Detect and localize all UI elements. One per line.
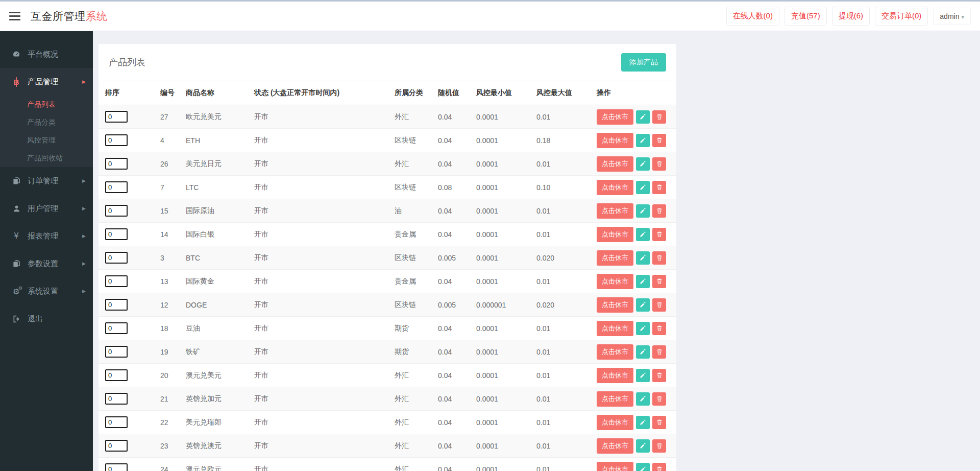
delete-button[interactable]: [652, 463, 666, 471]
edit-button[interactable]: [636, 322, 650, 335]
delete-button[interactable]: [652, 204, 666, 218]
edit-button[interactable]: [636, 157, 650, 171]
delete-button[interactable]: [652, 416, 666, 429]
delete-button[interactable]: [652, 322, 666, 335]
sidebar-item-product-category[interactable]: 产品分类: [0, 113, 93, 131]
sort-input[interactable]: [105, 205, 128, 217]
edit-button[interactable]: [636, 298, 650, 312]
sort-input[interactable]: [105, 252, 128, 264]
sort-input[interactable]: [105, 322, 128, 334]
delete-button[interactable]: [652, 157, 666, 171]
delete-button[interactable]: [652, 110, 666, 124]
risk-min: 0.0001: [470, 129, 530, 152]
edit-button[interactable]: [636, 181, 650, 194]
close-market-button[interactable]: 点击休市: [597, 462, 633, 471]
close-market-button[interactable]: 点击休市: [597, 203, 633, 219]
close-market-button[interactable]: 点击休市: [597, 368, 633, 383]
sidebar-item-label: 参数设置: [28, 259, 58, 269]
add-product-button[interactable]: 添加产品: [621, 53, 666, 72]
chevron-right-icon: ▶: [82, 79, 86, 84]
pencil-icon: [640, 278, 646, 285]
close-market-button[interactable]: 点击休市: [597, 109, 633, 125]
delete-button[interactable]: [652, 345, 666, 359]
sort-input[interactable]: [105, 158, 128, 170]
sort-input[interactable]: [105, 181, 128, 193]
row-actions: 点击休市: [597, 109, 672, 125]
product-category: 贵金属: [388, 270, 431, 293]
edit-button[interactable]: [636, 134, 650, 147]
sort-input[interactable]: [105, 440, 128, 452]
edit-button[interactable]: [636, 251, 650, 265]
sidebar-item-product-recycle-bin[interactable]: 产品回收站: [0, 149, 93, 167]
sidebar-item-product-list[interactable]: 产品列表: [0, 96, 93, 113]
edit-button[interactable]: [636, 345, 650, 359]
sidebar-item-report-management[interactable]: ¥ 报表管理 ▶: [0, 222, 93, 250]
sort-input[interactable]: [105, 393, 128, 405]
edit-button[interactable]: [636, 228, 650, 241]
withdraw-button[interactable]: 提现(6): [832, 7, 870, 26]
trash-icon: [656, 184, 663, 191]
sort-input[interactable]: [105, 111, 128, 123]
risk-min: 0.0001: [470, 411, 530, 434]
edit-button[interactable]: [636, 463, 650, 471]
sidebar-item-parameter-settings[interactable]: 参数设置 ▶: [0, 250, 93, 277]
delete-button[interactable]: [652, 134, 666, 147]
sidebar-item-system-settings[interactable]: ⚙⚙ 系统设置 ▶: [0, 277, 93, 305]
online-users-button[interactable]: 在线人数(0): [726, 7, 779, 26]
delete-button[interactable]: [652, 392, 666, 406]
edit-button[interactable]: [636, 204, 650, 218]
close-market-button[interactable]: 点击休市: [597, 250, 633, 266]
close-market-button[interactable]: 点击休市: [597, 415, 633, 430]
edit-button[interactable]: [636, 369, 650, 382]
sidebar-item-logout[interactable]: 退出: [0, 305, 93, 333]
trade-orders-button[interactable]: 交易订单(0): [875, 7, 928, 26]
edit-button[interactable]: [636, 416, 650, 429]
delete-button[interactable]: [652, 439, 666, 453]
risk-max: 0.020: [530, 246, 590, 270]
edit-button[interactable]: [636, 275, 650, 288]
sort-input[interactable]: [105, 346, 128, 358]
product-status: 开市: [248, 364, 388, 387]
delete-button[interactable]: [652, 228, 666, 241]
close-market-button[interactable]: 点击休市: [597, 133, 633, 148]
trash-icon: [656, 325, 663, 332]
close-market-button[interactable]: 点击休市: [597, 180, 633, 195]
close-market-button[interactable]: 点击休市: [597, 274, 633, 289]
edit-button[interactable]: [636, 392, 650, 406]
product-id: 18: [154, 317, 179, 340]
edit-button[interactable]: [636, 110, 650, 124]
close-market-button[interactable]: 点击休市: [597, 344, 633, 360]
product-status: 开市: [248, 317, 388, 340]
risk-max: 0.18: [530, 129, 590, 152]
sort-input[interactable]: [105, 463, 128, 471]
sort-input[interactable]: [105, 299, 128, 311]
chevron-right-icon: ▶: [82, 178, 86, 183]
hamburger-menu-icon[interactable]: [9, 12, 20, 20]
sidebar-item-order-management[interactable]: 订单管理 ▶: [0, 167, 93, 195]
close-market-button[interactable]: 点击休市: [597, 438, 633, 454]
close-market-button[interactable]: 点击休市: [597, 391, 633, 407]
close-market-button[interactable]: 点击休市: [597, 297, 633, 313]
close-market-button[interactable]: 点击休市: [597, 227, 633, 242]
sort-input[interactable]: [105, 228, 128, 240]
edit-button[interactable]: [636, 439, 650, 453]
delete-button[interactable]: [652, 298, 666, 312]
risk-min: 0.0001: [470, 458, 530, 471]
sidebar-item-dashboard[interactable]: 平台概况: [0, 40, 93, 68]
sidebar-item-user-management[interactable]: 用户管理 ▶: [0, 195, 93, 222]
admin-dropdown[interactable]: admin▾: [933, 8, 971, 25]
sort-input[interactable]: [105, 369, 128, 381]
delete-button[interactable]: [652, 181, 666, 194]
close-market-button[interactable]: 点击休市: [597, 156, 633, 172]
sort-input[interactable]: [105, 416, 128, 428]
table-row: 19 铁矿 开市 期货 0.04 0.0001 0.01 点击休市: [99, 340, 676, 364]
sidebar-item-risk-management[interactable]: 风控管理: [0, 131, 93, 149]
delete-button[interactable]: [652, 369, 666, 382]
sort-input[interactable]: [105, 275, 128, 287]
sort-input[interactable]: [105, 134, 128, 146]
delete-button[interactable]: [652, 275, 666, 288]
delete-button[interactable]: [652, 251, 666, 265]
sidebar-item-product-management[interactable]: B 产品管理 ▶: [0, 68, 93, 96]
recharge-button[interactable]: 充值(57): [785, 7, 827, 26]
close-market-button[interactable]: 点击休市: [597, 321, 633, 336]
